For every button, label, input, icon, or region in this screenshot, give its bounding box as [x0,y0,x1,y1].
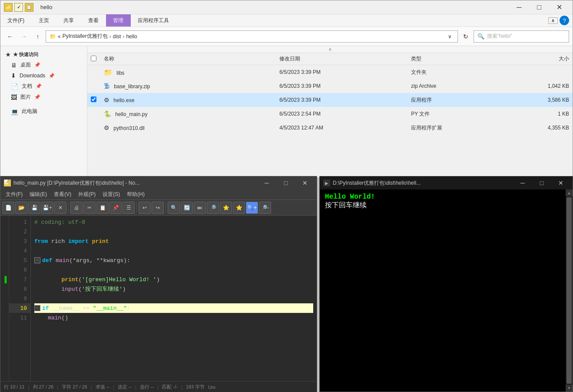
npp-selectall-button[interactable]: ☰ [123,202,135,214]
console-window: ▶ D:\PyInstaller优雅打包\dist\hello\hell... … [319,176,573,392]
console-output-1: Hello World! [325,193,375,201]
npp-new-button[interactable]: 📄 [2,202,14,214]
console-scrollbar[interactable]: ▲ ▼ [566,189,573,392]
npp-print-button[interactable]: 🖨 [70,202,83,214]
menu-appearance[interactable]: 外观(P) [75,189,99,200]
header-check[interactable] [91,56,104,63]
npp-zoom2-button[interactable]: 🔎- [259,202,271,214]
tab-home[interactable]: 主页 [32,14,56,27]
tab-file[interactable]: 文件(F) [0,14,32,27]
sidebar-item-desktop[interactable]: 🖥 桌面 📌 [0,60,87,70]
console-maximize-button[interactable]: □ [533,176,550,189]
npp-save-button[interactable]: 💾 [28,202,40,214]
npp-copy-button[interactable]: 📋 [96,202,109,214]
line-num-7: 7 [9,275,30,284]
npp-zoomin-button[interactable]: 🔎 [207,202,219,214]
address-dropdown-button[interactable]: ∨ [445,32,454,41]
menu-file[interactable]: 文件(F) [2,189,26,200]
folder-icon-libs: 📁 [104,69,113,76]
npp-zoom-button[interactable]: 🔍+ [246,202,258,214]
npp-find-button[interactable]: 🔍 [168,202,180,214]
back-button[interactable]: ← [4,30,16,43]
search-bar[interactable]: 🔍 搜索"hello" [474,30,569,43]
help-button[interactable]: ? [560,16,569,25]
npp-bookmark-button[interactable]: ⭐ [220,202,232,214]
exe-checkbox[interactable] [91,96,96,102]
line-num-2: 2 [9,227,30,236]
file-type-py: PY 文件 [411,110,499,118]
path-dist: dist [113,33,121,40]
sidebar-item-pictures[interactable]: 🖼 图片 📌 [0,92,87,103]
npp-close-button[interactable]: ✕ [297,176,313,189]
file-row-dll[interactable]: ⚙ python310.dll 4/5/2023 12:47 AM 应用程序扩展… [87,121,573,135]
npp-saveall-button[interactable]: 💾+ [41,202,53,214]
pictures-icon: 🖼 [11,94,17,101]
header-name[interactable]: 名称 [104,55,279,63]
npp-maximize-button[interactable]: □ [278,176,294,189]
code-line-9 [34,294,313,303]
npp-redo-button[interactable]: ↪ [152,202,164,214]
file-date-py: 6/5/2023 2:54 PM [279,111,411,117]
tab-manage[interactable]: 管理 [106,14,131,27]
scrollbar-thumb[interactable] [566,197,572,384]
close-button[interactable]: ✕ [549,0,569,14]
fold-5[interactable]: ─ [34,257,40,263]
menu-view[interactable]: 查看(V) [50,189,75,200]
menu-edit[interactable]: 编辑(E) [26,189,50,200]
file-row-py[interactable]: 🐍 hello_main.py 6/5/2023 2:54 PM PY 文件 1… [87,107,573,121]
maximize-button[interactable]: □ [529,0,549,14]
sidebar-item-documents[interactable]: 📄 文档 📌 [0,81,87,92]
menu-help[interactable]: 帮助(H) [123,189,148,200]
header-date[interactable]: 修改日期 [279,55,411,63]
console-minimize-button[interactable]: ─ [514,176,531,189]
npp-undo-button[interactable]: ↩ [139,202,151,214]
line-num-11: 11 [9,313,30,322]
tab-view[interactable]: 查看 [81,14,106,27]
file-row-libs[interactable]: 📁 libs 6/5/2023 3:39 PM 文件夹 [87,65,573,79]
sidebar: ★ ★ 快速访问 🖥 桌面 📌 ⬇ Downloads 📌 📄 文档 📌 🖼 图… [0,46,87,179]
file-row-zip[interactable]: 🗜 base_library.zip 6/5/2023 3:39 PM zip … [87,79,573,93]
npp-code-area[interactable]: # coding: utf-8 from rich import print ─… [31,216,317,381]
sidebar-item-downloads[interactable]: ⬇ Downloads 📌 [0,70,87,81]
npp-minimize-button[interactable]: ─ [258,176,275,189]
header-type[interactable]: 类型 [411,55,499,63]
header-size[interactable]: 大小 [499,55,569,63]
up-button[interactable]: ↑ [32,30,44,43]
file-date-libs: 6/5/2023 3:39 PM [279,69,411,75]
npp-open-button[interactable]: 📂 [15,202,27,214]
npp-replace-button[interactable]: 🔄 [181,202,193,214]
file-size-zip: 1,042 KB [499,83,569,89]
tab-apptools[interactable]: 应用程序工具 [131,14,176,27]
console-titlebar: ▶ D:\PyInstaller优雅打包\dist\hello\hell... … [320,176,573,189]
file-list: ∧ 名称 修改日期 类型 大小 📁 libs 6/5/2023 3:39 PM [87,46,573,179]
address-bar[interactable]: 📁 « PyInstaller优雅打包 › dist › hello ∨ [46,30,458,43]
npp-cut-button[interactable]: ✂ [83,202,96,214]
console-close-button[interactable]: ✕ [553,176,569,189]
npp-editor-area: ▐ 1 2 3 4 5 6 7 8 9 10 11 # coding: utf-… [0,216,317,381]
check-exe[interactable] [91,96,104,103]
path-part-1: « [58,33,61,40]
npp-titlebar: 📝 hello_main.py [D:\PyInstaller优雅打包\dist… [0,176,317,189]
select-all-checkbox[interactable] [91,56,96,61]
ribbon-collapse-button[interactable]: ∧ [548,17,558,24]
minimize-button[interactable]: ─ [509,0,529,14]
npp-findnext-button[interactable]: ⏭ [194,202,206,214]
margin-9 [0,294,9,303]
console-title: D:\PyInstaller优雅打包\dist\hello\hell... [333,179,512,187]
npp-paste-button[interactable]: 📌 [109,202,122,214]
address-path: « PyInstaller优雅打包 › dist › hello [58,33,137,40]
menu-settings[interactable]: 设置(S) [99,189,123,200]
file-row-exe[interactable]: ⚙ hello.exe 6/5/2023 3:39 PM 应用程序 3,586 … [87,93,573,107]
forward-button[interactable]: → [18,30,30,43]
sidebar-item-this-pc[interactable]: 💻 此电脑 [0,106,87,117]
npp-close-tab-button[interactable]: ✕ [54,202,66,214]
fold-10[interactable]: ─ [34,305,40,311]
refresh-button[interactable]: ↻ [460,30,472,43]
margin-3 [0,236,9,246]
scrollbar-up[interactable]: ▲ [566,189,573,196]
scrollbar-down[interactable]: ▼ [566,385,573,392]
file-name-exe: ⚙ hello.exe [104,96,279,103]
npp-bookmarked-button[interactable]: ⭐ [233,202,245,214]
tab-share[interactable]: 共享 [56,14,81,27]
status-linetype: 选行 -- [140,384,154,390]
